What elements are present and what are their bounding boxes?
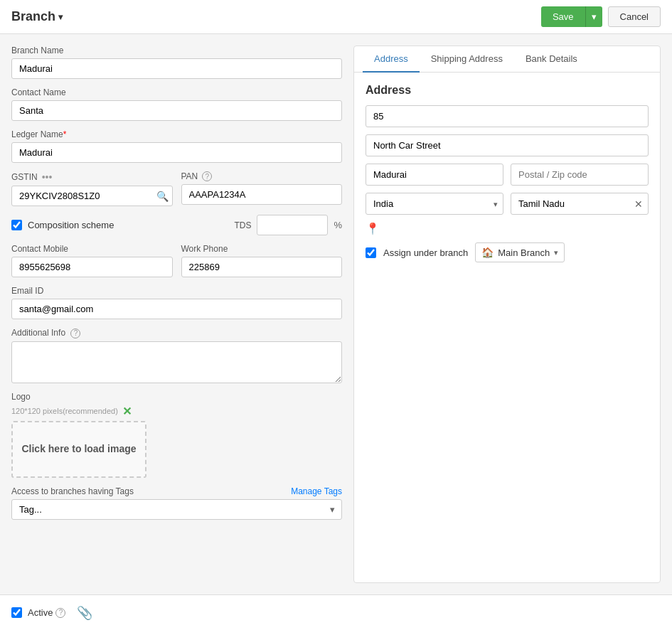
tab-address[interactable]: Address — [363, 46, 420, 73]
additional-info-textarea[interactable] — [11, 341, 342, 383]
tab-bank-details[interactable]: Bank Details — [514, 46, 589, 73]
work-phone-input[interactable] — [181, 257, 343, 277]
tds-row: TDS % — [234, 215, 342, 235]
logo-close-button[interactable]: ✕ — [122, 405, 132, 418]
logo-label: Logo — [11, 392, 342, 402]
state-wrapper: ✕ — [511, 193, 649, 215]
right-panel: Address Shipping Address Bank Details Ad… — [353, 46, 661, 583]
assign-branch-label: Assign under branch — [383, 247, 468, 258]
gstin-pan-row: GSTIN ••• 🔍 PAN ? — [11, 171, 342, 206]
tab-bar: Address Shipping Address Bank Details — [354, 46, 660, 73]
gstin-more-icon[interactable]: ••• — [42, 171, 53, 183]
tds-input[interactable] — [257, 215, 328, 235]
title-text: Branch — [11, 9, 55, 24]
country-select-wrapper: India ▾ — [366, 193, 503, 215]
composition-scheme-checkbox[interactable] — [11, 220, 22, 230]
bottom-bar: Active ? 📎 — [0, 594, 672, 630]
composition-tds-row: Composition scheme TDS % — [11, 215, 342, 235]
branch-name-label: Branch Name — [11, 46, 342, 55]
top-bar-actions: Save ▾ Cancel — [541, 6, 661, 27]
gstin-group: GSTIN ••• 🔍 — [11, 171, 173, 206]
address-line2-input[interactable] — [366, 134, 649, 156]
additional-info-label: Additional Info ? — [11, 328, 342, 338]
branch-name-group: Branch Name — [11, 46, 342, 79]
active-info-icon[interactable]: ? — [55, 608, 65, 618]
location-row: 📍 — [366, 222, 649, 235]
main-content: Branch Name Contact Name Ledger Name* GS… — [0, 34, 672, 594]
top-bar: Branch ▾ Save ▾ Cancel — [0, 0, 672, 34]
branch-house-icon: 🏠 — [481, 247, 494, 258]
pan-label-row: PAN ? — [181, 171, 343, 181]
state-clear-button[interactable]: ✕ — [634, 198, 643, 210]
contact-mobile-input[interactable] — [11, 257, 173, 277]
state-input[interactable] — [511, 193, 649, 215]
active-label: Active ? — [28, 607, 65, 618]
branch-chevron-icon: ▾ — [554, 248, 558, 257]
tags-select[interactable]: Tag... — [11, 499, 342, 520]
assign-branch-row: Assign under branch 🏠 Main Branch ▾ — [366, 242, 649, 262]
logo-upload-box[interactable]: Click here to load image — [11, 421, 146, 478]
branch-select-label: Main Branch — [498, 247, 550, 258]
address-form: India ▾ ✕ 📍 Assign under bran — [366, 105, 649, 262]
tags-label: Access to branches having Tags — [11, 486, 134, 496]
branch-select-wrapper[interactable]: 🏠 Main Branch ▾ — [475, 242, 565, 262]
country-state-row: India ▾ ✕ — [366, 193, 649, 215]
ledger-name-group: Ledger Name* — [11, 129, 342, 163]
work-phone-group: Work Phone — [181, 244, 343, 277]
gstin-input[interactable] — [11, 186, 173, 206]
composition-scheme-label: Composition scheme — [28, 220, 114, 230]
logo-hint-text: 120*120 pixels(recommended) — [11, 407, 118, 415]
gstin-label-row: GSTIN ••• — [11, 171, 173, 183]
tags-select-wrapper: Tag... ▾ — [11, 499, 342, 520]
save-button[interactable]: Save — [541, 6, 585, 27]
address-line1-input[interactable] — [366, 105, 649, 127]
ledger-name-label: Ledger Name* — [11, 129, 342, 139]
additional-info-group: Additional Info ? — [11, 328, 342, 383]
pan-info-icon[interactable]: ? — [202, 171, 212, 181]
contact-name-group: Contact Name — [11, 87, 342, 121]
branch-name-input[interactable] — [11, 58, 342, 79]
pan-label: PAN — [181, 171, 198, 181]
logo-hint-row: 120*120 pixels(recommended) ✕ — [11, 405, 342, 418]
city-postal-row — [366, 164, 649, 186]
tags-header: Access to branches having Tags Manage Ta… — [11, 486, 342, 496]
tab-shipping-address[interactable]: Shipping Address — [420, 46, 514, 73]
tds-label: TDS — [234, 220, 251, 230]
attachment-button[interactable]: 📎 — [77, 605, 92, 621]
contact-name-label: Contact Name — [11, 87, 342, 97]
pan-input[interactable] — [181, 184, 343, 205]
mobile-phone-row: Contact Mobile Work Phone — [11, 244, 342, 277]
country-select[interactable]: India — [366, 193, 503, 215]
email-input[interactable] — [11, 299, 342, 319]
save-button-group: Save ▾ — [541, 6, 602, 27]
active-checkbox[interactable] — [11, 607, 22, 618]
pan-group: PAN ? — [181, 171, 343, 206]
city-input[interactable] — [366, 164, 503, 186]
gstin-input-wrapper: 🔍 — [11, 186, 173, 206]
address-section-title: Address — [366, 84, 649, 97]
logo-section: Logo 120*120 pixels(recommended) ✕ Click… — [11, 392, 342, 478]
contact-mobile-group: Contact Mobile — [11, 244, 173, 277]
tags-section: Access to branches having Tags Manage Ta… — [11, 486, 342, 520]
dropdown-arrow-icon[interactable]: ▾ — [58, 12, 63, 22]
address-tab-content: Address India ▾ — [354, 73, 660, 274]
email-group: Email ID — [11, 286, 342, 319]
cancel-button[interactable]: Cancel — [608, 6, 661, 27]
save-dropdown-button[interactable]: ▾ — [585, 6, 602, 27]
gstin-label: GSTIN — [11, 172, 38, 182]
contact-name-input[interactable] — [11, 100, 342, 121]
postal-input[interactable] — [511, 164, 649, 186]
left-panel: Branch Name Contact Name Ledger Name* GS… — [11, 46, 342, 583]
page-title: Branch ▾ — [11, 9, 63, 24]
email-label: Email ID — [11, 286, 342, 296]
manage-tags-link[interactable]: Manage Tags — [291, 486, 342, 496]
gstin-search-button[interactable]: 🔍 — [156, 191, 169, 202]
assign-branch-checkbox[interactable] — [366, 247, 376, 258]
composition-row: Composition scheme — [11, 220, 114, 230]
contact-mobile-label: Contact Mobile — [11, 244, 173, 254]
additional-info-icon[interactable]: ? — [70, 329, 80, 338]
location-pin-icon[interactable]: 📍 — [366, 222, 380, 235]
percent-sign: % — [334, 220, 342, 230]
work-phone-label: Work Phone — [181, 244, 343, 254]
ledger-name-input[interactable] — [11, 142, 342, 163]
